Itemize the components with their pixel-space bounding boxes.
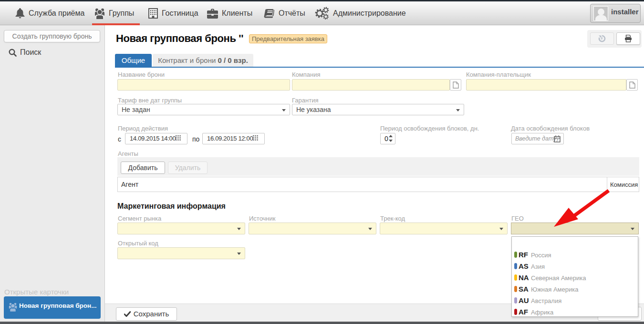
svg-text:7: 7 (556, 138, 559, 142)
